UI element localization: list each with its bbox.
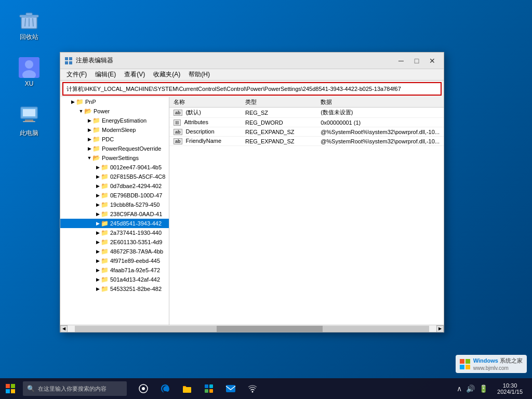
value-name-friendlyname: ab FriendlyName	[169, 137, 241, 146]
tree-item-guid9[interactable]: ▶ 📁 2E601130-5351-4d9	[60, 237, 169, 247]
svg-rect-16	[69, 61, 72, 64]
desktop-icon-user[interactable]: XU	[10, 57, 48, 87]
folder-icon-guid10: 📁	[101, 248, 109, 255]
tree-item-modernsleep[interactable]: ▶ 📁 ModernSleep	[60, 125, 169, 135]
value-name-default: ab (默认)	[169, 108, 241, 118]
tree-item-guid11[interactable]: ▶ 📁 4f971e89-eebd-445	[60, 256, 169, 265]
folder-icon-powerrequest: 📁	[92, 145, 100, 152]
scroll-right-arrow[interactable]: ▶	[436, 325, 444, 332]
menu-edit[interactable]: 编辑(E)	[91, 69, 120, 80]
tree-item-guid1[interactable]: ▶ 📁 0012ee47-9041-4b5	[60, 163, 169, 172]
value-data-description: @%SystemRoot%\system32\powrprof.dll,-10.…	[316, 127, 444, 137]
tree-item-powersettings[interactable]: ▼ 📂 PowerSettings	[60, 153, 169, 163]
chevron-up-icon[interactable]: ∧	[457, 384, 462, 393]
tree-item-guid6[interactable]: ▶ 📁 238C9FA8-0AAD-41	[60, 209, 169, 219]
windows-label: Windows	[473, 357, 498, 364]
values-pane[interactable]: 名称 类型 数据 ab (默认) REG_SZ (数值未设置)	[169, 97, 444, 325]
folder-icon-power: 📂	[84, 108, 92, 115]
folder-icon-guid3: 📁	[101, 182, 109, 190]
task-view-button[interactable]	[133, 378, 154, 399]
user-avatar	[19, 57, 39, 78]
clock[interactable]: 10:30 2024/1/15	[492, 382, 528, 395]
reg-ab-icon-2: ab	[174, 129, 182, 135]
tree-item-guid4[interactable]: ▶ 📁 0E796BDB-100D-47	[60, 191, 169, 200]
mail-icon	[225, 384, 236, 393]
menu-view[interactable]: 查看(V)	[120, 69, 149, 80]
search-bar[interactable]: 🔍 在这里输入你要搜索的内容	[23, 381, 127, 396]
store-icon	[204, 383, 214, 394]
menu-favorites[interactable]: 收藏夹(A)	[149, 69, 184, 80]
tree-item-pnp[interactable]: ▶ 📁 PnP	[60, 97, 169, 107]
notification-area[interactable]	[528, 378, 532, 399]
folder-icon-guid1: 📁	[101, 164, 109, 171]
title-bar: 注册表编辑器 ─ □ ✕	[60, 52, 444, 69]
menu-help[interactable]: 帮助(H)	[184, 69, 214, 80]
col-type[interactable]: 类型	[241, 97, 316, 108]
folder-icon-guid4: 📁	[101, 192, 109, 199]
scroll-thumb[interactable]	[217, 326, 323, 332]
svg-rect-12	[23, 121, 35, 122]
tree-item-guid2[interactable]: ▶ 📁 02F815B5-A5CF-4C8	[60, 172, 169, 181]
start-button[interactable]	[0, 378, 21, 399]
site-watermark: Windows 系统之家 www.bjmlv.com	[456, 355, 527, 373]
tree-item-guid14[interactable]: ▶ 📁 54533251-82be-482	[60, 284, 169, 294]
desktop: 回收站 XU 此电脑	[0, 0, 532, 399]
scroll-track[interactable]	[75, 326, 429, 332]
maximize-button[interactable]: □	[409, 55, 424, 66]
svg-rect-25	[209, 384, 213, 388]
folder-icon-powersettings: 📂	[92, 154, 100, 162]
svg-point-29	[252, 391, 254, 393]
value-data-default: (数值未设置)	[316, 108, 444, 118]
mail-button[interactable]	[220, 378, 241, 399]
reg-ab-icon-3: ab	[174, 138, 182, 144]
col-data[interactable]: 数据	[316, 97, 444, 108]
tree-item-power[interactable]: ▼ 📂 Power	[60, 107, 169, 116]
windows-logo-icon	[6, 384, 15, 393]
tree-item-pdc[interactable]: ▶ 📁 PDC	[60, 135, 169, 144]
address-bar[interactable]: 计算机\HKEY_LOCAL_MACHINE\SYSTEM\CurrentCon…	[62, 82, 442, 96]
menu-file[interactable]: 文件(F)	[62, 69, 91, 80]
col-name[interactable]: 名称	[169, 97, 241, 108]
scroll-left-arrow[interactable]: ◀	[60, 325, 68, 332]
tree-item-guid5[interactable]: ▶ 📁 19cbb8fa-5279-450	[60, 200, 169, 209]
folder-icon-guid8: 📁	[101, 229, 109, 236]
table-row[interactable]: ab Description REG_EXPAND_SZ @%SystemRoo…	[169, 127, 444, 137]
table-row[interactable]: ab FriendlyName REG_EXPAND_SZ @%SystemRo…	[169, 137, 444, 146]
close-button[interactable]: ✕	[425, 55, 440, 66]
minimize-button[interactable]: ─	[394, 55, 408, 66]
table-row[interactable]: ⊞ Attributes REG_DWORD 0x00000001 (1)	[169, 118, 444, 127]
speaker-icon[interactable]: 🔊	[466, 384, 475, 393]
battery-icon[interactable]: 🔋	[479, 384, 488, 393]
folder-icon-modernsleep: 📁	[92, 126, 100, 134]
svg-line-3	[25, 18, 25, 26]
user-icon-label: XU	[25, 80, 34, 87]
network-icon	[247, 383, 258, 394]
folder-icon-guid6: 📁	[101, 210, 109, 218]
tree-item-guid7-selected[interactable]: ▶ 📁 245d8541-3943-442	[60, 219, 169, 228]
svg-rect-27	[209, 389, 213, 393]
tree-item-guid8[interactable]: ▶ 📁 2a737441-1930-440	[60, 228, 169, 237]
file-explorer-button[interactable]	[177, 378, 197, 399]
tree-item-guid10[interactable]: ▶ 📁 48672F38-7A9A-4bb	[60, 247, 169, 256]
desktop-icon-this-pc[interactable]: 此电脑	[10, 104, 48, 138]
taskbar-quick-icons	[133, 378, 263, 399]
desktop-icon-recycle-bin[interactable]: 回收站	[10, 10, 48, 41]
values-table: 名称 类型 数据 ab (默认) REG_SZ (数值未设置)	[169, 97, 444, 146]
tree-item-guid3[interactable]: ▶ 📁 0d7dbae2-4294-402	[60, 181, 169, 191]
tree-item-powerrequest[interactable]: ▶ 📁 PowerRequestOverride	[60, 144, 169, 153]
value-type-description: REG_EXPAND_SZ	[241, 127, 316, 137]
tree-item-guid13[interactable]: ▶ 📁 501a4d13-42af-442	[60, 275, 169, 284]
search-icon: 🔍	[27, 385, 35, 392]
taskbar: 🔍 在这里输入你要搜索的内容	[0, 378, 532, 399]
folder-icon	[182, 383, 192, 394]
tree-item-guid12[interactable]: ▶ 📁 4faab71a-92e5-472	[60, 265, 169, 275]
edge-browser-button[interactable]	[155, 378, 176, 399]
store-button[interactable]	[198, 378, 219, 399]
table-row[interactable]: ab (默认) REG_SZ (数值未设置)	[169, 108, 444, 118]
bottom-scrollbar[interactable]: ◀ ▶	[60, 325, 444, 332]
svg-rect-11	[25, 119, 33, 121]
svg-rect-28	[226, 385, 235, 392]
network-button[interactable]	[242, 378, 263, 399]
tree-item-energy[interactable]: ▶ 📁 EnergyEstimation	[60, 116, 169, 125]
tree-pane[interactable]: ▶ 📁 PnP ▼ 📂 Power ▶	[60, 97, 169, 325]
